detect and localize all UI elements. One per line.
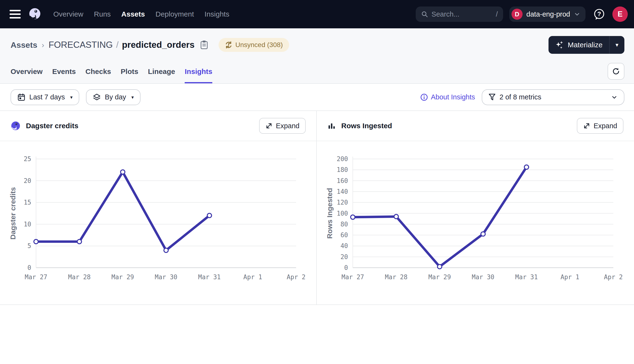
expand-label: Expand bbox=[276, 122, 300, 130]
svg-text:Dagster credits: Dagster credits bbox=[9, 187, 17, 240]
sparkles-icon bbox=[555, 40, 564, 49]
refresh-button[interactable] bbox=[608, 63, 624, 80]
insights-filter-bar: Last 7 days ▾ By day ▾ About Insights bbox=[0, 84, 634, 111]
chart-title: Rows Ingested bbox=[341, 122, 392, 130]
nav-item-assets[interactable]: Assets bbox=[121, 10, 145, 18]
search-placeholder: Search... bbox=[432, 10, 460, 18]
granularity-filter-button[interactable]: By day ▾ bbox=[86, 89, 140, 105]
svg-text:Mar 28: Mar 28 bbox=[385, 274, 408, 281]
breadcrumb-chevron: › bbox=[42, 40, 44, 50]
deployment-switcher[interactable]: D data-eng-prod bbox=[509, 6, 586, 22]
breadcrumb-assets-link[interactable]: Assets bbox=[10, 40, 38, 50]
about-insights-link[interactable]: About Insights bbox=[420, 93, 475, 101]
tab-insights[interactable]: Insights bbox=[185, 62, 212, 83]
breadcrumb-group[interactable]: FORECASTING bbox=[48, 40, 113, 50]
svg-text:Mar 27: Mar 27 bbox=[25, 274, 47, 281]
breadcrumb-separator: / bbox=[116, 40, 118, 50]
nav-item-overview[interactable]: Overview bbox=[53, 10, 83, 18]
svg-text:Mar 29: Mar 29 bbox=[428, 274, 451, 281]
line-chart-dagster-credits: 0510152025Mar 27Mar 28Mar 29Mar 30Mar 31… bbox=[0, 141, 316, 304]
chart-card-dagster-credits: Dagster credits Expand 0510152025Mar 27M… bbox=[0, 111, 317, 304]
svg-text:140: 140 bbox=[337, 188, 348, 195]
svg-text:10: 10 bbox=[24, 221, 31, 228]
insights-charts-grid: Dagster credits Expand 0510152025Mar 27M… bbox=[0, 111, 634, 305]
about-insights-label: About Insights bbox=[431, 93, 475, 101]
svg-text:160: 160 bbox=[337, 177, 348, 184]
svg-text:Mar 27: Mar 27 bbox=[342, 274, 364, 281]
svg-text:0: 0 bbox=[28, 264, 31, 271]
filter-funnel-icon bbox=[488, 94, 496, 101]
layers-icon bbox=[93, 93, 101, 101]
materialize-button[interactable]: Materialize bbox=[548, 36, 610, 54]
time-range-label: Last 7 days bbox=[29, 93, 65, 101]
svg-text:Mar 29: Mar 29 bbox=[112, 274, 134, 281]
search-input[interactable]: Search... / bbox=[416, 6, 503, 22]
svg-text:100: 100 bbox=[337, 210, 348, 217]
expand-icon bbox=[583, 122, 590, 130]
dagster-credits-icon bbox=[10, 121, 21, 131]
expand-button-dagster-credits[interactable]: Expand bbox=[259, 118, 306, 134]
caret-down-icon: ▾ bbox=[131, 94, 134, 100]
hamburger-menu-icon[interactable] bbox=[10, 10, 21, 18]
tab-plots[interactable]: Plots bbox=[121, 62, 138, 83]
svg-text:25: 25 bbox=[24, 155, 31, 162]
materialize-dropdown-button[interactable]: ▾ bbox=[610, 36, 624, 54]
page-title-asset-name: predicted_orders bbox=[122, 40, 194, 50]
chevron-down-icon bbox=[611, 94, 618, 100]
svg-text:Mar 31: Mar 31 bbox=[515, 274, 538, 281]
caret-down-icon: ▾ bbox=[70, 94, 72, 100]
svg-text:40: 40 bbox=[340, 242, 348, 250]
svg-text:5: 5 bbox=[28, 242, 31, 250]
svg-text:20: 20 bbox=[340, 253, 348, 260]
svg-text:Mar 28: Mar 28 bbox=[68, 274, 91, 281]
svg-text:120: 120 bbox=[337, 199, 348, 206]
search-icon bbox=[421, 10, 428, 18]
asset-subheader: Assets › FORECASTING / predicted_orders bbox=[0, 28, 634, 84]
svg-text:180: 180 bbox=[337, 166, 348, 173]
refresh-icon bbox=[612, 67, 620, 76]
nav-item-insights[interactable]: Insights bbox=[204, 10, 229, 18]
dagster-logo-icon[interactable] bbox=[28, 7, 42, 21]
help-icon[interactable]: ? bbox=[593, 8, 606, 21]
asset-tabs: Overview Events Checks Plots Lineage Ins… bbox=[0, 62, 634, 83]
svg-text:?: ? bbox=[597, 10, 601, 18]
materialize-label: Materialize bbox=[568, 41, 602, 49]
caret-down-icon: ▾ bbox=[616, 42, 618, 48]
svg-text:60: 60 bbox=[340, 232, 348, 239]
tab-lineage[interactable]: Lineage bbox=[148, 62, 175, 83]
copy-asset-name-icon[interactable] bbox=[200, 40, 208, 50]
svg-text:200: 200 bbox=[337, 155, 348, 162]
svg-text:Apr 1: Apr 1 bbox=[560, 274, 579, 281]
deployment-avatar: D bbox=[512, 9, 522, 20]
svg-text:0: 0 bbox=[344, 264, 348, 271]
status-badge[interactable]: Unsynced (308) bbox=[218, 38, 289, 52]
time-range-filter-button[interactable]: Last 7 days ▾ bbox=[10, 89, 79, 105]
nav-item-runs[interactable]: Runs bbox=[94, 10, 111, 18]
breadcrumb: Assets › FORECASTING / predicted_orders bbox=[0, 28, 634, 62]
chart-title: Dagster credits bbox=[26, 122, 78, 130]
tab-overview[interactable]: Overview bbox=[10, 62, 42, 83]
deployment-name: data-eng-prod bbox=[526, 10, 570, 18]
tab-events[interactable]: Events bbox=[52, 62, 76, 83]
metrics-select-value: 2 of 8 metrics bbox=[500, 93, 541, 101]
calendar-icon bbox=[17, 93, 26, 101]
svg-text:Mar 30: Mar 30 bbox=[472, 274, 494, 281]
nav-item-deployment[interactable]: Deployment bbox=[156, 10, 194, 18]
svg-text:Mar 31: Mar 31 bbox=[198, 274, 221, 281]
line-chart-rows-ingested: 020406080100120140160180200Mar 27Mar 28M… bbox=[317, 141, 634, 304]
tab-checks[interactable]: Checks bbox=[86, 62, 111, 83]
search-shortcut: / bbox=[496, 10, 498, 18]
chart-card-rows-ingested: Rows Ingested Expand 0204060801001201401… bbox=[317, 111, 634, 304]
svg-text:15: 15 bbox=[24, 199, 31, 206]
materialize-split-button: Materialize ▾ bbox=[548, 36, 624, 54]
svg-text:Mar 30: Mar 30 bbox=[155, 274, 178, 281]
bar-chart-icon bbox=[327, 122, 336, 130]
top-navbar: Overview Runs Assets Deployment Insights… bbox=[0, 0, 634, 28]
metrics-select[interactable]: 2 of 8 metrics bbox=[482, 89, 624, 105]
svg-text:Apr 1: Apr 1 bbox=[243, 274, 262, 281]
primary-nav: Overview Runs Assets Deployment Insights bbox=[53, 10, 229, 18]
svg-text:20: 20 bbox=[24, 177, 31, 184]
expand-icon bbox=[265, 122, 272, 130]
user-avatar[interactable]: E bbox=[612, 6, 628, 22]
expand-button-rows-ingested[interactable]: Expand bbox=[577, 118, 624, 134]
